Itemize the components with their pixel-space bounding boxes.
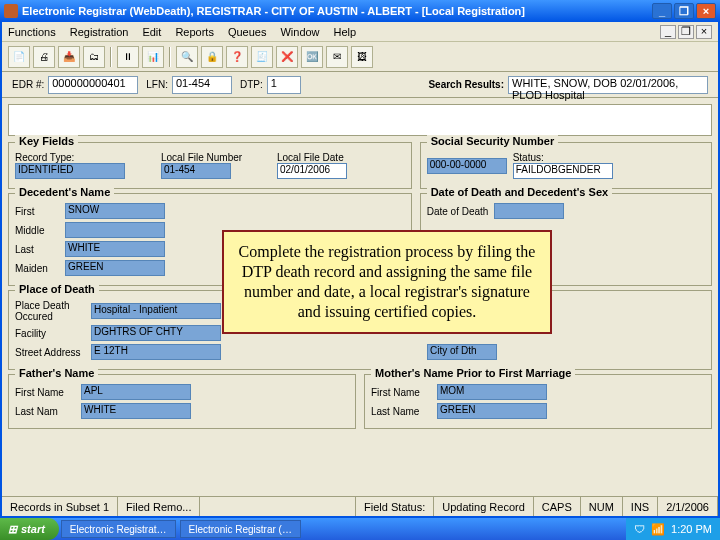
local-file-date-label: Local File Date (277, 152, 347, 163)
search-results-dropdown[interactable]: WHITE, SNOW, DOB 02/01/2006, PLOD Hospit… (508, 76, 708, 94)
maximize-button[interactable]: ❐ (674, 3, 694, 19)
last-name-field[interactable]: WHITE (65, 241, 165, 257)
status-date: 2/1/2006 (658, 497, 718, 516)
tray-network-icon: 📶 (651, 523, 665, 536)
blank-panel (8, 104, 712, 136)
dtp-label: DTP: (240, 79, 263, 90)
taskbar-item-2[interactable]: Electronic Registrar (… (180, 520, 301, 538)
title-bar: Electronic Registrar (WebDeath), REGISTR… (0, 0, 720, 22)
mdi-minimize-button[interactable]: _ (660, 25, 676, 39)
maiden-name-field[interactable]: GREEN (65, 260, 165, 276)
menu-window[interactable]: Window (280, 26, 319, 38)
mdi-maximize-button[interactable]: ❐ (678, 25, 694, 39)
toolbar-lock-icon[interactable]: 🔒 (201, 46, 223, 68)
status-bar: Records in Subset 1 Filed Remo... Field … (2, 496, 718, 516)
taskbar-item-1[interactable]: Electronic Registrat… (61, 520, 176, 538)
place-of-death-legend: Place of Death (15, 283, 99, 295)
place-death-occurred-field[interactable]: Hospital - Inpatient (91, 303, 221, 319)
toolbar-search-icon[interactable]: 🔍 (176, 46, 198, 68)
toolbar-print-icon[interactable]: 🖨 (33, 46, 55, 68)
menu-help[interactable]: Help (334, 26, 357, 38)
toolbar-mail-icon[interactable]: ✉ (326, 46, 348, 68)
toolbar-pause-icon[interactable]: ⏸ (117, 46, 139, 68)
toolbar-cancel-icon[interactable]: ❌ (276, 46, 298, 68)
search-results-label: Search Results: (428, 79, 504, 90)
facility-label: Facility (15, 328, 85, 339)
status-records: Records in Subset 1 (2, 497, 118, 516)
dod-sex-legend: Date of Death and Decedent's Sex (427, 186, 612, 198)
dod-field[interactable] (494, 203, 564, 219)
record-type-label: Record Type: (15, 152, 155, 163)
father-first-label: First Name (15, 387, 75, 398)
toolbar-photo-icon[interactable]: 🖼 (351, 46, 373, 68)
toolbar: 📄 🖨 📥 🗂 ⏸ 📊 🔍 🔒 ❓ 🧾 ❌ 🆗 ✉ 🖼 (2, 42, 718, 72)
menu-reports[interactable]: Reports (175, 26, 214, 38)
start-button[interactable]: ⊞start (0, 518, 59, 540)
facility-field[interactable]: DGHTRS OF CHTY (91, 325, 221, 341)
status-updating: Updating Record (434, 497, 534, 516)
local-file-number-field[interactable]: 01-454 (161, 163, 231, 179)
local-file-number-label: Local File Number (161, 152, 271, 163)
mother-first-label: First Name (371, 387, 431, 398)
local-file-date-field[interactable]: 02/01/2006 (277, 163, 347, 179)
ssn-field[interactable]: 000-00-0000 (427, 158, 507, 174)
toolbar-help-icon[interactable]: ❓ (226, 46, 248, 68)
menu-registration[interactable]: Registration (70, 26, 129, 38)
street-address-label: Street Address (15, 347, 85, 358)
clock: 1:20 PM (671, 523, 712, 535)
status-caps: CAPS (534, 497, 581, 516)
toolbar-chart-icon[interactable]: 📊 (142, 46, 164, 68)
father-first-field[interactable]: APL (81, 384, 191, 400)
mdi-close-button[interactable]: × (696, 25, 712, 39)
mother-first-field[interactable]: MOM (437, 384, 547, 400)
window-title: Electronic Registrar (WebDeath), REGISTR… (22, 5, 652, 17)
app-icon (4, 4, 18, 18)
last-name-label: Last (15, 244, 59, 255)
edrs-label: EDR #: (12, 79, 44, 90)
search-bar: EDR #:000000000401 LFN:01-454 DTP:1 Sear… (2, 72, 718, 98)
toolbar-new-icon[interactable]: 📄 (8, 46, 30, 68)
toolbar-sep (169, 47, 171, 67)
ssn-status-label: Status: (513, 152, 613, 163)
father-last-label: Last Nam (15, 406, 75, 417)
dtp-field[interactable]: 1 (267, 76, 301, 94)
mothers-name-legend: Mother's Name Prior to First Marriage (371, 367, 575, 379)
edrs-field[interactable]: 000000000401 (48, 76, 138, 94)
toolbar-form-icon[interactable]: 🧾 (251, 46, 273, 68)
key-fields-legend: Key Fields (15, 135, 78, 147)
toolbar-sep (110, 47, 112, 67)
menu-bar: Functions Registration Edit Reports Queu… (2, 22, 718, 42)
first-name-label: First (15, 206, 59, 217)
first-name-field[interactable]: SNOW (65, 203, 165, 219)
status-field-status: Field Status: (356, 497, 434, 516)
toolbar-open-icon[interactable]: 🗂 (83, 46, 105, 68)
toolbar-save-icon[interactable]: 📥 (58, 46, 80, 68)
close-button[interactable]: × (696, 3, 716, 19)
lfn-label: LFN: (146, 79, 168, 90)
windows-logo-icon: ⊞ (8, 523, 17, 536)
toolbar-ok-icon[interactable]: 🆗 (301, 46, 323, 68)
status-num: NUM (581, 497, 623, 516)
minimize-button[interactable]: _ (652, 3, 672, 19)
status-ins: INS (623, 497, 658, 516)
ssn-status-field: FAILDOBGENDER (513, 163, 613, 179)
status-filed: Filed Remo... (118, 497, 200, 516)
father-last-field[interactable]: WHITE (81, 403, 191, 419)
menu-edit[interactable]: Edit (142, 26, 161, 38)
middle-name-label: Middle (15, 225, 59, 236)
ssn-legend: Social Security Number (427, 135, 559, 147)
maiden-name-label: Maiden (15, 263, 59, 274)
dod-label: Date of Death (427, 206, 489, 217)
lfn-field[interactable]: 01-454 (172, 76, 232, 94)
taskbar: ⊞start Electronic Registrat… Electronic … (0, 518, 720, 540)
city-of-death-field[interactable]: City of Dth (427, 344, 497, 360)
system-tray[interactable]: 🛡 📶 1:20 PM (626, 518, 720, 540)
record-type-field[interactable]: IDENTIFIED (15, 163, 125, 179)
place-death-occurred-label: Place Death Occured (15, 300, 85, 322)
mother-last-field[interactable]: GREEN (437, 403, 547, 419)
menu-functions[interactable]: Functions (8, 26, 56, 38)
menu-queues[interactable]: Queues (228, 26, 267, 38)
middle-name-field[interactable] (65, 222, 165, 238)
mother-last-label: Last Name (371, 406, 431, 417)
street-address-field[interactable]: E 12TH (91, 344, 221, 360)
